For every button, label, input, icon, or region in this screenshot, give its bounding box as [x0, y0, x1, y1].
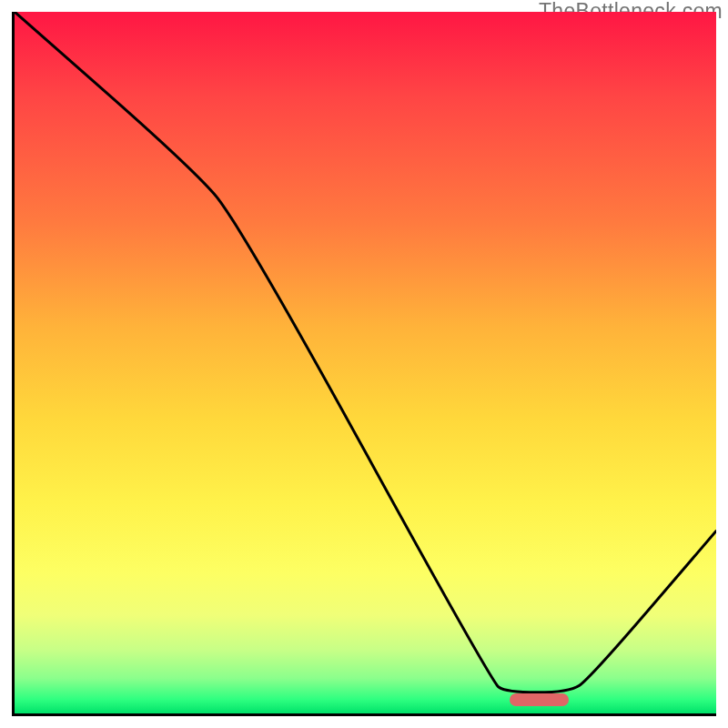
plot-frame	[12, 12, 716, 716]
chart-stage: TheBottleneck.com	[0, 0, 728, 728]
line-plot	[15, 12, 716, 713]
curve-path	[15, 12, 716, 693]
highlight-marker	[510, 693, 570, 706]
